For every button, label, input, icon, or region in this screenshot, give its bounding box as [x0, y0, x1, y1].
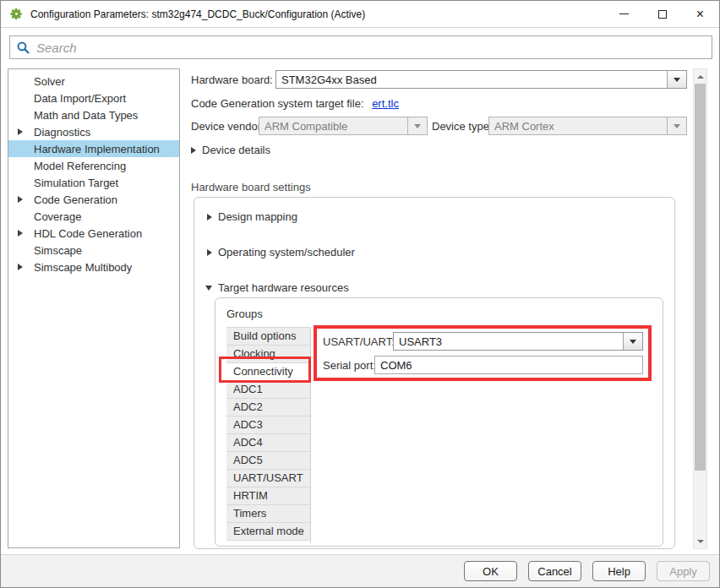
collapse-arrow-icon — [205, 286, 212, 291]
sidebar-item-label: Solver — [34, 75, 65, 88]
expand-arrow-icon[interactable] — [18, 128, 23, 135]
group-item-uart-usart[interactable]: UART/USART — [226, 470, 310, 487]
sidebar-item-label: Data Import/Export — [34, 92, 126, 105]
group-item-connectivity[interactable]: Connectivity — [226, 363, 310, 381]
serial-port-input[interactable] — [374, 356, 643, 374]
scrollbar-thumb[interactable] — [695, 84, 706, 471]
expand-arrow-icon[interactable] — [18, 196, 23, 203]
sidebar-item-label: Hardware Implementation — [34, 143, 160, 155]
expand-arrow-icon — [207, 249, 212, 256]
target-file-link[interactable]: ert.tlc — [372, 97, 399, 110]
sidebar-item-solver[interactable]: Solver — [8, 73, 179, 90]
expand-arrow-icon — [191, 147, 196, 154]
usart-value: USART3 — [394, 333, 623, 350]
search-icon — [16, 41, 30, 55]
sidebar-item-label: Simscape Multibody — [34, 261, 132, 274]
group-item-adc4[interactable]: ADC4 — [226, 434, 310, 452]
sidebar-item-simscape-multibody[interactable]: Simscape Multibody — [8, 259, 179, 275]
help-button[interactable]: Help — [592, 561, 646, 581]
configuration-parameters-dialog: Configuration Parameters: stm32g474_DCDC… — [0, 0, 720, 588]
sidebar-item-coverage[interactable]: Coverage — [8, 208, 179, 225]
sidebar-item-data-import-export[interactable]: Data Import/Export — [8, 90, 179, 106]
simulink-gear-icon — [9, 7, 24, 21]
cancel-button[interactable]: Cancel — [528, 561, 581, 581]
hardware-board-dropdown[interactable]: STM32G4xx Based — [275, 70, 687, 89]
sidebar-item-label: Code Generation — [34, 193, 117, 206]
minimize-button[interactable] — [605, 1, 643, 27]
sidebar-item-label: Diagnostics — [34, 126, 90, 139]
group-item-adc5[interactable]: ADC5 — [226, 452, 310, 470]
group-item-clocking[interactable]: Clocking — [226, 346, 310, 363]
dropdown-arrow-button[interactable] — [623, 333, 642, 350]
chevron-down-icon — [630, 340, 636, 344]
hardware-board-value: STM32G4xx Based — [276, 71, 667, 88]
dropdown-arrow-button — [407, 117, 427, 134]
usart-annotation-box: USART/UART: USART3 Serial port: — [314, 325, 652, 381]
group-item-adc2[interactable]: ADC2 — [226, 399, 310, 416]
ok-button[interactable]: OK — [464, 561, 517, 581]
sidebar-item-label: Model Referencing — [34, 160, 126, 172]
os-scheduler-label: Operating system/scheduler — [218, 246, 355, 259]
group-item-adc1[interactable]: ADC1 — [226, 381, 310, 399]
scroll-down-button[interactable] — [694, 535, 706, 547]
chevron-down-icon — [414, 124, 421, 128]
groups-list: Build options Clocking Connectivity ADC1… — [226, 327, 310, 541]
device-vendor-dropdown: ARM Compatible — [259, 117, 428, 135]
sidebar-item-hdl-code-generation[interactable]: HDL Code Generation — [8, 225, 179, 242]
target-hardware-resources-box: Groups Build options Clocking Connectivi… — [215, 297, 663, 547]
maximize-icon — [658, 10, 667, 19]
maximize-button[interactable] — [643, 1, 681, 27]
device-details-toggle[interactable]: Device details — [191, 144, 270, 156]
device-type-label: Device type: — [432, 120, 493, 133]
serial-port-label: Serial port: — [323, 359, 376, 372]
target-file-label: Code Generation system target file: — [191, 97, 364, 110]
groups-title: Groups — [226, 308, 263, 320]
sidebar-item-simulation-target[interactable]: Simulation Target — [8, 174, 179, 191]
group-item-hrtim[interactable]: HRTIM — [226, 487, 310, 505]
group-item-timers[interactable]: Timers — [226, 505, 310, 523]
expand-arrow-icon[interactable] — [18, 230, 23, 237]
sidebar-item-model-referencing[interactable]: Model Referencing — [8, 157, 179, 174]
device-details-label: Device details — [202, 144, 270, 156]
usart-dropdown[interactable]: USART3 — [393, 332, 643, 351]
board-settings-box: Design mapping Operating system/schedule… — [194, 197, 675, 549]
sidebar-item-math-and-data-types[interactable]: Math and Data Types — [8, 106, 179, 123]
design-mapping-toggle[interactable]: Design mapping — [207, 210, 297, 223]
main-panel: Hardware board: STM32G4xx Based Code Gen… — [188, 68, 690, 550]
sidebar-item-label: Coverage — [34, 210, 81, 223]
close-icon: × — [696, 8, 704, 21]
sidebar-item-label: HDL Code Generation — [34, 227, 142, 240]
scroll-up-icon — [697, 75, 704, 79]
dropdown-arrow-button — [667, 117, 686, 134]
device-type-dropdown: ARM Cortex — [488, 117, 687, 135]
group-item-external-mode[interactable]: External mode — [226, 523, 310, 541]
apply-button[interactable]: Apply — [657, 561, 710, 581]
chevron-down-icon — [674, 124, 680, 128]
search-bar — [9, 35, 712, 59]
sidebar-item-label: Math and Data Types — [34, 109, 138, 122]
expand-arrow-icon — [207, 214, 212, 220]
os-scheduler-toggle[interactable]: Operating system/scheduler — [207, 246, 355, 259]
chevron-down-icon — [674, 78, 680, 82]
scroll-down-icon — [697, 540, 704, 543]
device-vendor-value: ARM Compatible — [259, 117, 407, 134]
title-bar: Configuration Parameters: stm32g474_DCDC… — [1, 1, 719, 28]
dropdown-arrow-button[interactable] — [667, 71, 686, 88]
groups-column: Build options Clocking Connectivity ADC1… — [226, 327, 311, 543]
sidebar-item-diagnostics[interactable]: Diagnostics — [8, 123, 179, 140]
close-button[interactable]: × — [681, 1, 719, 27]
expand-arrow-icon[interactable] — [18, 264, 23, 270]
minimize-icon — [619, 14, 629, 14]
vertical-scrollbar[interactable] — [693, 68, 707, 549]
dialog-footer: OK Cancel Help Apply — [1, 554, 719, 587]
search-input[interactable] — [30, 36, 712, 58]
group-item-adc3[interactable]: ADC3 — [226, 416, 310, 434]
sidebar-item-hardware-implementation[interactable]: Hardware Implementation — [8, 140, 179, 157]
group-item-build-options[interactable]: Build options — [226, 328, 310, 346]
sidebar-item-code-generation[interactable]: Code Generation — [8, 191, 179, 208]
target-hardware-resources-toggle[interactable]: Target hardware resources — [205, 281, 349, 294]
sidebar-item-simscape[interactable]: Simscape — [8, 242, 179, 259]
sidebar-item-label: Simscape — [34, 244, 82, 257]
window-title: Configuration Parameters: stm32g474_DCDC… — [30, 8, 365, 20]
scroll-up-button[interactable] — [694, 70, 706, 83]
